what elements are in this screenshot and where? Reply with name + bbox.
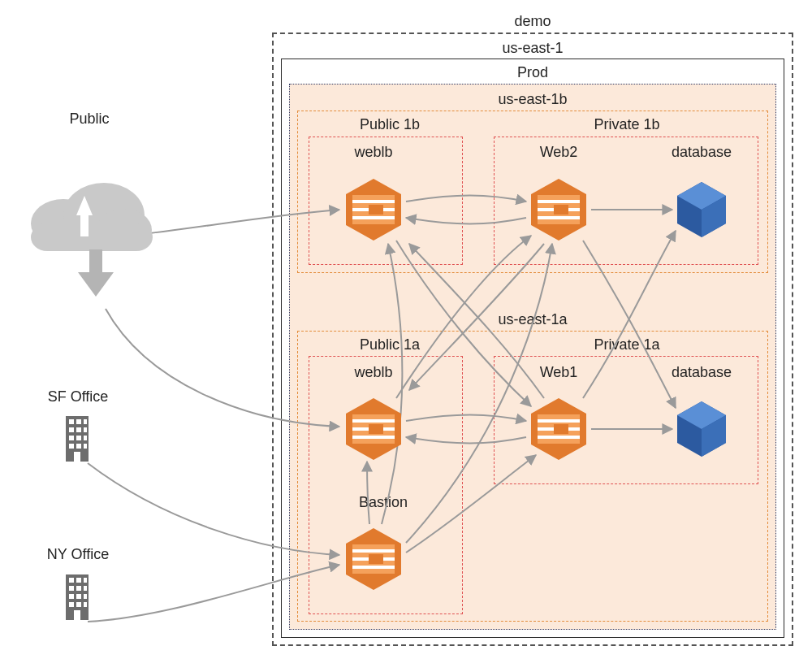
svg-point-24 bbox=[63, 183, 145, 248]
cloud-icon bbox=[31, 183, 153, 297]
node-db-b-label: database bbox=[672, 144, 732, 161]
node-weblb-b-label: weblb bbox=[354, 144, 392, 161]
svg-rect-29 bbox=[89, 249, 102, 274]
container-public-1b-label: Public 1b bbox=[360, 116, 420, 133]
external-sf-label: SF Office bbox=[48, 388, 109, 405]
svg-marker-30 bbox=[78, 272, 114, 297]
node-weblb-a-label: weblb bbox=[354, 364, 392, 381]
container-account-label: demo bbox=[514, 13, 551, 30]
container-private-1a-label: Private 1a bbox=[594, 336, 659, 353]
container-az-b-label: us-east-1b bbox=[498, 91, 567, 108]
container-az-a-label: us-east-1a bbox=[498, 311, 567, 328]
svg-rect-28 bbox=[80, 214, 89, 236]
svg-point-25 bbox=[97, 209, 152, 251]
container-vpc-label: Prod bbox=[517, 64, 548, 81]
svg-rect-26 bbox=[31, 223, 153, 251]
node-web1-label: Web1 bbox=[540, 364, 578, 381]
node-db-a-label: database bbox=[672, 364, 732, 381]
svg-marker-27 bbox=[76, 196, 93, 215]
svg-point-23 bbox=[31, 199, 96, 248]
external-public-label: Public bbox=[69, 111, 109, 128]
container-public-1a-label: Public 1a bbox=[360, 336, 420, 353]
container-public-1a bbox=[309, 356, 463, 614]
building-icon-sf bbox=[66, 416, 89, 462]
container-region-label: us-east-1 bbox=[502, 40, 563, 57]
node-bastion-label: Bastion bbox=[359, 494, 408, 511]
building-icon-ny bbox=[66, 574, 89, 620]
external-ny-label: NY Office bbox=[47, 546, 109, 563]
node-web2-label: Web2 bbox=[540, 144, 578, 161]
container-private-1b-label: Private 1b bbox=[594, 116, 659, 133]
